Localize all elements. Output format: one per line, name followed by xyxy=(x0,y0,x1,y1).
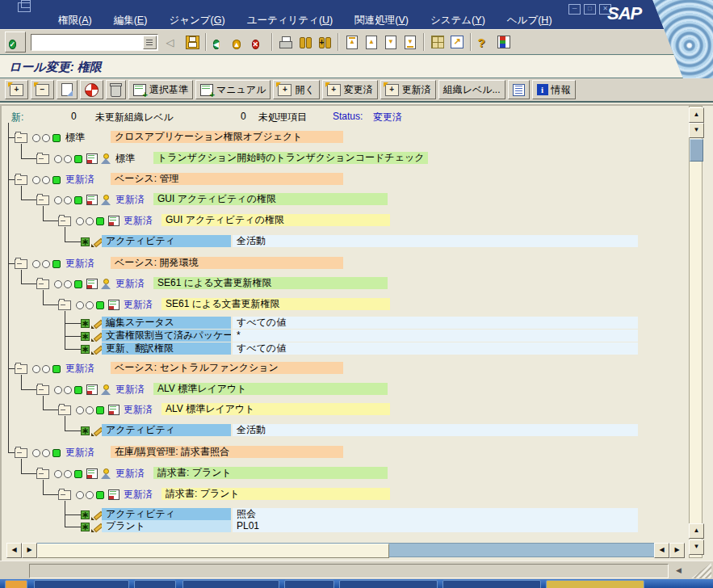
node-description-bar[interactable]: GUI アクティビティの権限 xyxy=(161,214,390,226)
folder-node-icon[interactable] xyxy=(58,405,71,415)
field-name-bar[interactable]: 更新、翻訳権限 xyxy=(102,342,231,355)
folder-node-icon[interactable] xyxy=(58,216,71,226)
node-description-bar[interactable]: SE61 による文書更新権限 xyxy=(161,298,390,310)
field-name-bar[interactable]: 編集ステータス xyxy=(102,317,231,329)
resize-grip[interactable] xyxy=(691,563,711,578)
field-name-bar[interactable]: アクティビティ xyxy=(102,235,231,247)
first-page-button[interactable]: ▲ xyxy=(342,32,362,52)
save-button[interactable] xyxy=(182,32,202,52)
change-pencil-icon[interactable] xyxy=(91,344,103,355)
cancel-button[interactable]: ✕ xyxy=(249,32,268,52)
selection-criteria-button[interactable]: 選択基準 xyxy=(128,80,193,99)
tree-node-row[interactable]: 更新済 xyxy=(58,298,153,312)
field-name-bar[interactable]: プラント xyxy=(102,520,231,532)
back-arrow-button[interactable]: ◁ xyxy=(163,32,182,52)
menu-ユーティリティ[interactable]: ユーティリティ(U) xyxy=(247,14,333,27)
folder-node-icon[interactable] xyxy=(36,154,49,164)
page-down-button[interactable]: ▼ xyxy=(381,32,401,52)
status-collapse-icon[interactable]: ◀ xyxy=(673,565,685,577)
menu-編集[interactable]: 編集(E) xyxy=(114,14,148,27)
collapse-node-button[interactable]: − xyxy=(31,80,54,99)
tree-node-row[interactable]: 更新済 xyxy=(15,446,94,460)
menu-ヘルプ[interactable]: ヘルプ(H) xyxy=(507,14,552,27)
windows-taskbar[interactable] xyxy=(0,579,713,588)
folder-node-icon[interactable] xyxy=(15,448,27,458)
menu-権限[interactable]: 権限(A) xyxy=(58,14,92,27)
menu-ジャンプ[interactable]: ジャンプ(G) xyxy=(169,14,224,27)
scroll-right-button-right[interactable]: ▶ xyxy=(669,543,685,558)
field-value-bar[interactable]: 全活動 xyxy=(233,424,638,436)
find-next-button[interactable] xyxy=(315,32,334,52)
node-description-bar[interactable]: SE61 による文書更新権限 xyxy=(153,277,388,289)
node-description-bar[interactable]: ベーシス: 開発環境 xyxy=(111,257,343,269)
org-levels-button[interactable]: 組織レベル... xyxy=(438,80,505,99)
vertical-scrollbar-track[interactable] xyxy=(689,106,703,558)
scroll-down-button-bottom[interactable]: ▼ xyxy=(689,540,704,555)
menu-関連処理[interactable]: 関連処理(V) xyxy=(354,14,409,27)
menu-システム[interactable]: システム(Y) xyxy=(430,14,485,27)
taskbar-app-monitor[interactable] xyxy=(134,580,176,588)
node-description-bar[interactable]: 請求書: プラント xyxy=(161,488,390,500)
tree-field-row[interactable]: ∗ xyxy=(81,424,103,438)
overview-button[interactable] xyxy=(508,80,530,99)
tree-node-row[interactable]: 更新済 xyxy=(15,173,94,187)
tree-node-row[interactable]: 更新済 xyxy=(58,214,153,228)
folder-node-icon[interactable] xyxy=(36,469,49,479)
tree-node-row[interactable]: 更新済 xyxy=(36,383,145,397)
field-name-bar[interactable]: 文書権限割当て済みパッケージ xyxy=(102,330,231,342)
folder-node-icon[interactable] xyxy=(15,175,27,185)
tree-node-row[interactable]: 更新済 xyxy=(58,403,153,417)
taskbar-app-blue[interactable] xyxy=(442,580,541,588)
folder-node-icon[interactable] xyxy=(15,133,27,143)
last-page-button[interactable]: ▼ xyxy=(401,32,420,52)
tree-node-row[interactable]: 更新済 xyxy=(36,193,145,207)
change-pencil-icon[interactable] xyxy=(91,522,103,532)
tree-node-row[interactable]: 標準 xyxy=(15,131,85,145)
tree-field-row[interactable]: ∗ xyxy=(81,317,103,330)
tree-node-row[interactable]: 更新済 xyxy=(36,467,145,481)
enter-check-button[interactable]: ✓ xyxy=(5,32,26,52)
folder-node-icon[interactable] xyxy=(36,385,49,395)
help-button[interactable]: ? xyxy=(475,32,494,52)
taskbar-app-yellow[interactable] xyxy=(284,580,334,588)
system-menu-icon[interactable] xyxy=(18,2,31,12)
field-value-bar[interactable]: PL01 xyxy=(233,520,638,532)
command-input[interactable] xyxy=(32,36,144,49)
scroll-right-button[interactable]: ▶ xyxy=(22,543,37,558)
tree-field-row[interactable]: ∗ xyxy=(81,520,103,534)
tree-field-row[interactable]: ∗ xyxy=(81,235,103,249)
change-pencil-icon[interactable] xyxy=(91,237,103,247)
folder-node-icon[interactable] xyxy=(36,195,49,205)
new-session-button[interactable] xyxy=(428,32,447,52)
taskbar-app-red[interactable] xyxy=(34,580,129,588)
node-description-bar[interactable]: ベーシス: 管理 xyxy=(111,173,343,185)
page-up-button[interactable]: ▲ xyxy=(362,32,381,52)
change-pencil-icon[interactable] xyxy=(91,426,103,436)
field-value-bar[interactable]: 照会 xyxy=(233,508,638,520)
folder-node-icon[interactable] xyxy=(15,259,27,269)
scroll-up-button-bottom[interactable]: ▲ xyxy=(689,523,704,539)
delete-button[interactable] xyxy=(106,80,126,99)
changed-button[interactable]: +変更済 xyxy=(322,80,378,99)
taskbar-app-orange[interactable] xyxy=(5,580,27,588)
folder-node-icon[interactable] xyxy=(58,490,71,500)
tree-node-row[interactable]: 標準 xyxy=(36,152,135,166)
node-description-bar[interactable]: ALV 標準レイアウト xyxy=(161,403,390,415)
create-shortcut-button[interactable]: ↗ xyxy=(447,32,467,52)
minimize-button[interactable]: ─ xyxy=(568,4,581,15)
find-button[interactable] xyxy=(296,32,315,52)
vertical-scrollbar-thumb[interactable] xyxy=(690,139,703,162)
open-all-button[interactable] xyxy=(80,80,103,99)
expand-node-button[interactable]: + xyxy=(5,80,28,99)
tree-field-row[interactable]: ∗ xyxy=(81,330,103,343)
command-dropdown-icon[interactable] xyxy=(143,36,157,49)
node-description-bar[interactable]: ALV 標準レイアウト xyxy=(153,383,388,395)
scroll-left-button-right[interactable]: ◀ xyxy=(654,543,669,558)
print-button[interactable] xyxy=(276,32,296,52)
maintained-button[interactable]: +更新済 xyxy=(380,80,436,99)
information-button[interactable]: i情報 xyxy=(532,80,576,99)
horizontal-scrollbar-thumb[interactable] xyxy=(37,544,389,558)
folder-node-icon[interactable] xyxy=(36,279,49,289)
taskbar-app-green[interactable] xyxy=(339,580,438,588)
node-description-bar[interactable]: 在庫/購買管理: 請求書照合 xyxy=(111,446,343,458)
